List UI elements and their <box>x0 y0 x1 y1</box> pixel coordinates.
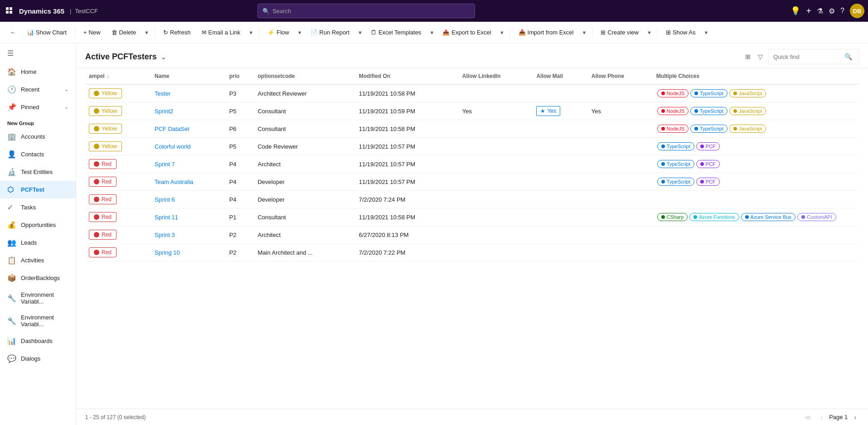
svg-rect-2 <box>6 11 9 14</box>
prev-page-button[interactable]: ‹ <box>818 413 825 422</box>
sidebar-item-env2[interactable]: 🔧 Environment Variabl... <box>0 309 76 332</box>
app-grid-icon[interactable] <box>4 5 15 17</box>
avatar[interactable]: DB <box>850 4 864 18</box>
sidebar-item-pcftest[interactable]: ⬡ PCFTest <box>0 181 76 198</box>
sidebar-item-home[interactable]: 🏠 Home <box>0 63 76 81</box>
lightbulb-icon[interactable]: 💡 <box>790 6 800 16</box>
search-input[interactable] <box>272 8 470 14</box>
cell-name[interactable]: Sprint 11 <box>151 208 226 226</box>
cell-name[interactable]: Tester <box>151 84 226 102</box>
col-header-phone[interactable]: Allow Phone <box>588 68 653 84</box>
email-dropdown[interactable]: ▼ <box>247 27 255 38</box>
sidebar-item-test-entities[interactable]: 🔬 Test Entities <box>0 163 76 181</box>
cell-name[interactable]: Spring 10 <box>151 244 226 261</box>
add-icon[interactable]: + <box>806 6 811 16</box>
view-title-dropdown[interactable]: ⌄ <box>160 53 166 61</box>
new-button[interactable]: + New <box>79 26 105 39</box>
table-row[interactable]: RedSprint 6P4Developer7/2/2020 7:24 PM <box>85 191 859 208</box>
ampel-dot <box>94 161 99 167</box>
delete-dropdown[interactable]: ▼ <box>142 27 151 38</box>
table-row[interactable]: YellowPCF DataSetP6Consultant11/19/2021 … <box>85 120 859 138</box>
cell-ampel: Yellow <box>85 120 151 138</box>
col-header-choices[interactable]: Multiple Choices <box>653 68 859 84</box>
pagination: ≪ ‹ Page 1 › <box>802 413 859 422</box>
view-columns-icon[interactable]: ⊞ <box>743 51 752 62</box>
flow-button[interactable]: ⚡ Flow <box>263 26 293 39</box>
sidebar-item-pinned[interactable]: 📌 Pinned ⌄ <box>0 98 76 116</box>
cell-name[interactable]: Sprint 7 <box>151 155 226 173</box>
sidebar-item-contacts[interactable]: 👤 Contacts <box>0 145 76 163</box>
col-header-prio[interactable]: prio <box>226 68 254 84</box>
refresh-button[interactable]: ↻ Refresh <box>159 26 195 39</box>
sidebar-item-activities[interactable]: 📋 Activities <box>0 251 76 269</box>
quick-find-search-icon[interactable]: 🔍 <box>843 51 854 62</box>
cell-optionset: Architect <box>254 226 355 244</box>
cell-name[interactable]: Colorful world <box>151 138 226 155</box>
sidebar-item-recent[interactable]: 🕐 Recent ⌄ <box>0 81 76 98</box>
global-search[interactable]: 🔍 <box>257 4 475 18</box>
sidebar-item-dialogs[interactable]: 💬 Dialogs <box>0 350 76 367</box>
sidebar-item-leads[interactable]: 👥 Leads <box>0 234 76 251</box>
flow-dropdown[interactable]: ▼ <box>296 27 304 38</box>
run-report-dropdown[interactable]: ▼ <box>356 27 364 38</box>
col-header-optionset[interactable]: optionsetcode <box>254 68 355 84</box>
sidebar-toggle[interactable]: ☰ <box>0 43 76 63</box>
back-button[interactable]: ← <box>5 26 20 39</box>
ampel-label: Red <box>102 196 112 203</box>
show-chart-button[interactable]: 📊 Show Chart <box>22 26 71 39</box>
excel-templates-dropdown[interactable]: ▼ <box>427 27 436 38</box>
tag-label: NodeJS <box>667 108 684 114</box>
col-header-mail[interactable]: Allow Mail <box>533 68 587 84</box>
table-row[interactable]: RedSprint 7P4Architect11/19/2021 10:57 P… <box>85 155 859 173</box>
export-excel-button[interactable]: 📤 Export to Excel <box>438 26 495 39</box>
sidebar-item-tasks[interactable]: ✓ Tasks <box>0 198 76 216</box>
sidebar-item-orderbacklogs[interactable]: 📦 OrderBacklogs <box>0 269 76 287</box>
excel-templates-button[interactable]: 🗒 Excel Templates <box>366 26 426 39</box>
email-link-button[interactable]: ✉ Email a Link <box>197 26 245 39</box>
col-header-linkedin[interactable]: Allow LinkedIn <box>459 68 533 84</box>
activity-icon: 📋 <box>7 256 16 265</box>
export-dropdown[interactable]: ▼ <box>498 27 506 38</box>
view-filter-icon[interactable]: ▽ <box>756 51 765 62</box>
cell-name[interactable]: PCF DataSet <box>151 120 226 138</box>
create-view-dropdown[interactable]: ▼ <box>645 27 654 38</box>
next-page-button[interactable]: › <box>851 413 859 422</box>
sidebar-item-env1[interactable]: 🔧 Environment Variabl... <box>0 287 76 309</box>
sidebar-item-dashboards[interactable]: 📊 Dashboards <box>0 332 76 350</box>
col-header-modified[interactable]: Modified On <box>355 68 459 84</box>
delete-button[interactable]: 🗑 Delete <box>107 26 141 39</box>
filter-settings-icon[interactable]: ⚗ <box>817 7 823 15</box>
import-dropdown[interactable]: ▼ <box>580 27 588 38</box>
table-row[interactable]: RedTeam AustraliaP4Developer11/19/2021 1… <box>85 173 859 191</box>
settings-icon[interactable]: ⚙ <box>829 7 835 15</box>
quick-find-input[interactable] <box>773 53 840 60</box>
col-header-ampel[interactable]: ampel ↓ <box>85 68 151 84</box>
col-header-name[interactable]: Name <box>151 68 226 84</box>
table-row[interactable]: RedSprint 3P2Architect6/27/2020 8:13 PM <box>85 226 859 244</box>
show-as-button[interactable]: ⊞ Show As <box>661 26 700 39</box>
ampel-dot <box>94 214 99 220</box>
first-page-button[interactable]: ≪ <box>802 413 814 422</box>
create-view-button[interactable]: ⊞ Create view <box>596 26 643 39</box>
cell-name[interactable]: Sprint 6 <box>151 191 226 208</box>
table-row[interactable]: YellowSprint2P5Consultant11/19/2021 10:5… <box>85 102 859 120</box>
import-excel-button[interactable]: 📥 Import from Excel <box>514 26 578 39</box>
tag-dot <box>661 215 665 219</box>
cell-mail <box>533 120 587 138</box>
table-row[interactable]: YellowTesterP3Architect Reviewer11/19/20… <box>85 84 859 102</box>
sidebar-item-accounts[interactable]: 🏢 Accounts <box>0 128 76 145</box>
cell-prio: P2 <box>226 226 254 244</box>
order-icon: 📦 <box>7 274 16 282</box>
sidebar-item-opportunities[interactable]: 💰 Opportunities <box>0 216 76 234</box>
help-icon[interactable]: ? <box>840 7 844 15</box>
cell-tags <box>653 244 859 261</box>
table-row[interactable]: YellowColorful worldP5Code Reviewer11/19… <box>85 138 859 155</box>
cell-name[interactable]: Sprint 3 <box>151 226 226 244</box>
cell-name[interactable]: Team Australia <box>151 173 226 191</box>
table-row[interactable]: RedSpring 10P2Main Architect and ...7/2/… <box>85 244 859 261</box>
show-as-dropdown[interactable]: ▼ <box>702 27 710 38</box>
cell-name[interactable]: Sprint2 <box>151 102 226 120</box>
tag-label: TypeScript <box>700 108 723 114</box>
table-row[interactable]: RedSprint 11P1Consultant11/19/2021 10:58… <box>85 208 859 226</box>
run-report-button[interactable]: 📄 Run Report <box>306 26 354 39</box>
